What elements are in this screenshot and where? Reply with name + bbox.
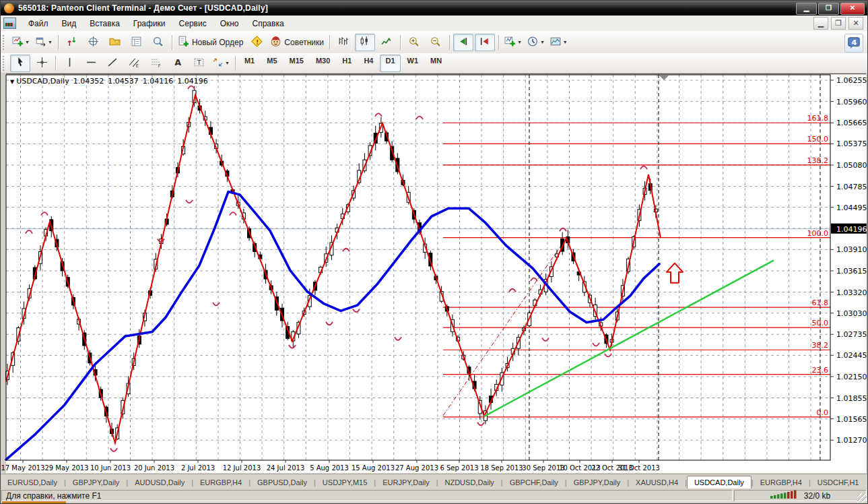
child-close-button[interactable]: ✕: [848, 17, 863, 30]
price-tick-label: 1.01565: [836, 415, 867, 424]
date-tick-label: 20 Jun 2013: [134, 464, 174, 472]
chart-tab-xauusd[interactable]: XAUUSD,H4: [629, 476, 685, 489]
chart-dropdown-icon[interactable]: ▼: [10, 79, 14, 85]
fibonacci-button[interactable]: F: [145, 55, 166, 72]
chart-tab-usdcad[interactable]: USDCAD,Daily: [687, 476, 752, 489]
toolbar-separator: [58, 35, 59, 50]
menu-сервис[interactable]: Сервис: [172, 17, 213, 30]
chart-tab-gbpusd[interactable]: GBPUSD,Daily: [251, 476, 314, 489]
new-chart-button[interactable]: ▼: [10, 34, 32, 51]
menu-bar: ФайлВидВставкаГрафикиСервисОкноСправка ▁…: [1, 15, 867, 32]
menu-графики[interactable]: Графики: [127, 17, 172, 30]
alert-button[interactable]: !: [246, 34, 267, 51]
child-minimize-button[interactable]: ▁: [813, 17, 828, 30]
date-tick-label: 27 Aug 2013: [395, 464, 438, 472]
market-watch-button[interactable]: [62, 34, 82, 51]
crosshair-button[interactable]: [32, 55, 52, 72]
templates-button[interactable]: ▼: [548, 34, 570, 51]
toolbar-separator: [449, 35, 450, 50]
timeframe-m30[interactable]: M30: [310, 55, 335, 72]
chart-tab-eurgbp[interactable]: EURGBP,H4: [754, 476, 809, 489]
dropdown-caret-icon[interactable]: ▼: [25, 40, 30, 44]
resize-grip[interactable]: [857, 493, 867, 503]
menu-вид[interactable]: Вид: [55, 17, 84, 30]
price-tick-label: 1.03910: [836, 245, 867, 254]
shapes-button[interactable]: ▼: [210, 55, 232, 72]
chart-tab-usdjpy[interactable]: USDJPY,M15: [316, 476, 374, 489]
favorites-button[interactable]: [105, 34, 125, 51]
menu-файл[interactable]: Файл: [22, 17, 55, 30]
dropdown-caret-icon[interactable]: ▼: [48, 40, 53, 44]
advisors-button[interactable]: Советники: [268, 34, 326, 51]
timeframe-m1[interactable]: M1: [239, 55, 260, 72]
toolbar-grip[interactable]: [3, 56, 7, 71]
timeframe-m5[interactable]: M5: [261, 55, 282, 72]
chart-tab-nzdusd[interactable]: NZDUSD,Daily: [438, 476, 501, 489]
zoom-out-button[interactable]: [426, 34, 446, 51]
new-order-button[interactable]: Новый Ордер: [176, 34, 245, 51]
chart-tab-gbpjpy[interactable]: GBPJPY,Daily: [66, 476, 127, 489]
chart-tab-eurjpy[interactable]: EURJPY,Daily: [376, 476, 436, 489]
navigator-button[interactable]: [148, 34, 168, 51]
chart-symbol: USDCAD,Daily: [16, 77, 69, 86]
chart-tab-eurusd[interactable]: EURUSD,Daily: [1, 476, 64, 489]
timeframe-m15[interactable]: M15: [284, 55, 309, 72]
zoom-in-icon: [408, 36, 420, 49]
child-restore-button[interactable]: ❐: [831, 17, 846, 30]
timeframe-mn[interactable]: MN: [425, 55, 447, 72]
title-bar: 565018: Panteon Client Terminal - Демо С…: [1, 1, 867, 15]
chart-tab-gbpchf[interactable]: GBPCHF,Daily: [503, 476, 565, 489]
chart-tab-usdchf[interactable]: USDCHF,H1: [811, 476, 866, 489]
minimize-button[interactable]: ▁: [796, 3, 817, 15]
profiles-button[interactable]: ▼: [33, 34, 55, 51]
chart-shift-button[interactable]: [475, 34, 495, 51]
trendline-button[interactable]: [102, 55, 123, 72]
community-badge[interactable]: 4: [844, 34, 863, 53]
indicators-button[interactable]: ▼: [502, 34, 524, 51]
dropdown-caret-icon[interactable]: ▼: [517, 40, 522, 44]
timeframe-d1[interactable]: D1: [380, 55, 400, 72]
bar-chart-button[interactable]: [333, 34, 354, 51]
cursor-button[interactable]: [10, 55, 30, 72]
application-window: 565018: Panteon Client Terminal - Демо С…: [0, 0, 868, 504]
channel-button[interactable]: E: [124, 55, 144, 72]
zoom-in-button[interactable]: [404, 34, 424, 51]
vline-button[interactable]: [59, 55, 79, 72]
menu-справка[interactable]: Справка: [246, 17, 291, 30]
chart-tab-eurgbp[interactable]: EURGBP,H4: [193, 476, 248, 489]
menu-окно[interactable]: Окно: [213, 17, 246, 30]
hline-button[interactable]: [81, 55, 101, 72]
data-window-button[interactable]: [127, 34, 147, 51]
price-tick-label: 1.01270: [836, 436, 867, 445]
svg-text:F: F: [158, 63, 160, 68]
chart-tab-gbpjpy[interactable]: GBPJPY,Daily: [567, 476, 628, 489]
tab-scroll-arrows-icon[interactable]: ◄ ►: [865, 470, 868, 489]
timeframe-h4[interactable]: H4: [358, 55, 378, 72]
toolbar-grip[interactable]: [3, 35, 7, 50]
close-button[interactable]: ✕: [840, 3, 865, 15]
text-button[interactable]: A: [167, 55, 187, 72]
new-order-label: Новый Ордер: [192, 38, 243, 47]
timeframe-w1[interactable]: W1: [402, 55, 424, 72]
dropdown-caret-icon[interactable]: ▼: [225, 61, 230, 65]
menu-вставка[interactable]: Вставка: [83, 17, 127, 30]
chart-symbol-label[interactable]: ▼USDCAD,Daily1.043521.045371.041161.0419…: [10, 77, 212, 86]
chart-tab-audusd[interactable]: AUDUSD,Daily: [128, 476, 191, 489]
svg-text:A: A: [174, 57, 181, 67]
price-tick-label: 1.06255: [836, 76, 867, 85]
timeframe-h1[interactable]: H1: [337, 55, 357, 72]
maximize-button[interactable]: ❐: [818, 3, 839, 15]
auto-scroll-button[interactable]: [453, 34, 473, 51]
status-help-text: Для справки, нажмите F1: [1, 490, 733, 501]
dropdown-caret-icon[interactable]: ▼: [540, 40, 545, 44]
periods-button[interactable]: ▼: [525, 34, 547, 51]
dropdown-caret-icon[interactable]: ▼: [563, 40, 568, 44]
loading-strip: [2, 501, 66, 503]
date-tick-label: 2 Jul 2013: [181, 464, 215, 472]
chart-window[interactable]: 161.8150.0138.2100.061.850.038.223.60.01…: [1, 73, 868, 475]
toolbar-separator: [498, 35, 499, 50]
line-chart-button[interactable]: [376, 34, 397, 51]
candle-chart-button[interactable]: [355, 34, 375, 51]
crosshair-target-button[interactable]: [84, 34, 104, 51]
label-button[interactable]: T: [189, 55, 209, 72]
